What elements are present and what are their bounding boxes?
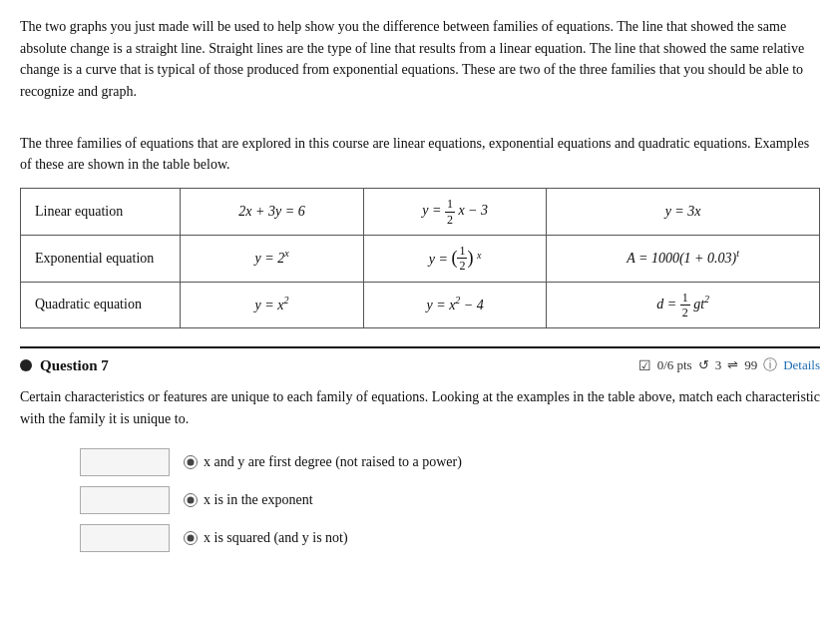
row-type-quadratic: Quadratic equation	[21, 282, 181, 328]
question-header: Question 7 ☑ 0/6 pts ↺ 3 ⇌ 99 ⓘ Details	[20, 346, 820, 374]
match-dropbox-2[interactable]	[80, 486, 170, 514]
match-choice-1-text: x and y are first degree (not raised to …	[204, 454, 462, 470]
match-choice-2-text: x is in the exponent	[204, 492, 313, 508]
attempts-text: 3	[715, 357, 722, 373]
match-choice-3: x is squared (and y is not)	[184, 530, 348, 546]
row-quad-ex1: y = x2	[181, 282, 364, 328]
question-label: Question 7	[20, 357, 109, 374]
row-linear-ex1: 2x + 3y = 6	[181, 189, 364, 236]
info-icon: ⓘ	[763, 356, 777, 374]
equations-table: Linear equation 2x + 3y = 6 y = 12 x − 3…	[20, 188, 820, 328]
match-dropbox-1[interactable]	[80, 448, 170, 476]
row-exp-ex3: A = 1000(1 + 0.03)t	[547, 235, 820, 282]
match-item-2: x is in the exponent	[80, 486, 820, 514]
bullet-icon	[20, 359, 32, 371]
row-linear-ex2: y = 12 x − 3	[364, 189, 547, 236]
intro-paragraph-1: The two graphs you just made will be use…	[20, 16, 820, 103]
radio-icon-2	[184, 493, 198, 507]
match-item-3: x is squared (and y is not)	[80, 524, 820, 552]
submissions-icon: ⇌	[727, 357, 738, 373]
radio-icon-1	[184, 455, 198, 469]
table-row-linear: Linear equation 2x + 3y = 6 y = 12 x − 3…	[21, 189, 820, 236]
row-exp-ex2: y = ( 12 ) x	[364, 235, 547, 282]
row-linear-ex3: y = 3x	[547, 189, 820, 236]
question-body: Certain characteristics or features are …	[20, 386, 820, 429]
checkbox-icon: ☑	[638, 357, 651, 374]
match-list: x and y are first degree (not raised to …	[20, 448, 820, 552]
row-quad-ex3: d = 12 gt2	[547, 282, 820, 328]
question-meta: ☑ 0/6 pts ↺ 3 ⇌ 99 ⓘ Details	[638, 356, 820, 374]
details-link[interactable]: Details	[783, 357, 820, 373]
row-type-exponential: Exponential equation	[21, 235, 181, 282]
match-choice-2: x is in the exponent	[184, 492, 313, 508]
match-choice-1: x and y are first degree (not raised to …	[184, 454, 462, 470]
row-quad-ex2: y = x2 − 4	[364, 282, 547, 328]
radio-icon-3	[184, 531, 198, 545]
question-number: Question 7	[40, 357, 109, 374]
score-text: 0/6 pts	[657, 357, 692, 373]
table-row-exponential: Exponential equation y = 2x y = ( 12 ) x…	[21, 235, 820, 282]
submissions-text: 99	[744, 357, 757, 373]
table-row-quadratic: Quadratic equation y = x2 y = x2 − 4 d =…	[21, 282, 820, 328]
row-type-linear: Linear equation	[21, 189, 181, 236]
match-choice-3-text: x is squared (and y is not)	[204, 530, 348, 546]
match-item-1: x and y are first degree (not raised to …	[80, 448, 820, 476]
row-exp-ex1: y = 2x	[181, 235, 364, 282]
intro-paragraph-2: The three families of equations that are…	[20, 133, 820, 176]
attempts-icon: ↺	[698, 357, 709, 373]
match-dropbox-3[interactable]	[80, 524, 170, 552]
